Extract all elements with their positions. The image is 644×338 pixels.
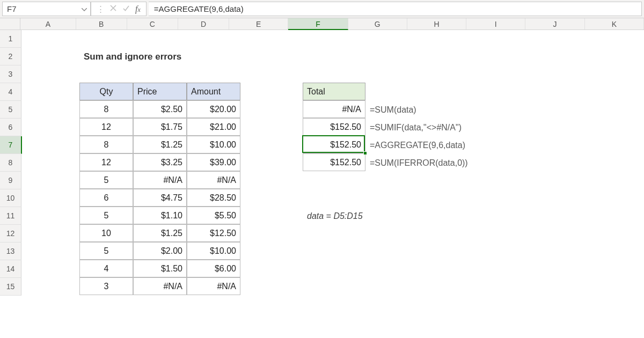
row-header-5[interactable]: 5: [0, 101, 21, 119]
name-box-value: F7: [7, 4, 17, 13]
formula-bar: F7 ⋮ fx =AGGREGATE(9,6,data): [0, 0, 644, 18]
table-header-qty[interactable]: Qty: [79, 83, 133, 100]
cell-amount[interactable]: #N/A: [187, 277, 240, 295]
table-header-total[interactable]: Total: [303, 83, 365, 100]
cell-amount[interactable]: $21.00: [187, 118, 240, 136]
cell-qty[interactable]: 5: [79, 207, 133, 224]
cell-qty[interactable]: 5: [79, 242, 133, 260]
cell-qty[interactable]: 12: [79, 153, 133, 171]
cell-qty[interactable]: 10: [79, 224, 133, 242]
cell-qty[interactable]: 3: [79, 277, 133, 295]
formula-annotation: =SUM(IFERROR(data,0)): [366, 154, 538, 172]
col-header-B[interactable]: B: [76, 18, 127, 30]
formula-controls: ⋮ fx: [91, 2, 147, 16]
cell-qty[interactable]: 4: [79, 260, 133, 277]
table-header-price[interactable]: Price: [133, 83, 187, 100]
page-title: Sum and ignore errors: [80, 48, 295, 65]
row-header-8[interactable]: 8: [0, 154, 21, 172]
col-header-A[interactable]: A: [20, 18, 76, 30]
col-header-D[interactable]: D: [178, 18, 229, 30]
cell-amount[interactable]: $10.00: [187, 136, 240, 153]
cell-price[interactable]: $1.25: [133, 136, 187, 153]
named-range-note: data = D5:D15: [303, 207, 437, 225]
cell-amount[interactable]: $28.50: [187, 189, 240, 207]
cell-grid[interactable]: Sum and ignore errorsQtyPriceAmount8$2.5…: [21, 30, 644, 296]
col-header-C[interactable]: C: [127, 18, 178, 30]
enter-icon[interactable]: [122, 4, 130, 14]
cell-amount[interactable]: $20.00: [187, 100, 240, 118]
col-header-E[interactable]: E: [229, 18, 288, 30]
divider-icon: ⋮: [96, 4, 105, 14]
formula-annotation: =SUMIF(data,"<>#N/A"): [366, 119, 538, 136]
row-header-14[interactable]: 14: [0, 260, 21, 278]
row-header-6[interactable]: 6: [0, 119, 21, 136]
cell-amount[interactable]: $12.50: [187, 224, 240, 242]
cell-qty[interactable]: 6: [79, 189, 133, 207]
cell-qty[interactable]: 12: [79, 118, 133, 136]
cell-total[interactable]: $152.50: [303, 136, 365, 153]
formula-annotation: =SUM(data): [366, 101, 538, 119]
fill-handle[interactable]: [363, 151, 367, 155]
row-header-15[interactable]: 15: [0, 278, 21, 296]
cell-qty[interactable]: 5: [79, 171, 133, 189]
row-header-1[interactable]: 1: [0, 30, 21, 48]
row-header-9[interactable]: 9: [0, 172, 21, 189]
column-headers: A B C D E F G H I J K: [0, 18, 644, 30]
cell-price[interactable]: $1.75: [133, 118, 187, 136]
cell-price[interactable]: $1.25: [133, 224, 187, 242]
row-header-12[interactable]: 12: [0, 225, 21, 243]
row-header-4[interactable]: 4: [0, 83, 21, 101]
cell-price[interactable]: $3.25: [133, 153, 187, 171]
formula-input[interactable]: =AGGREGATE(9,6,data): [149, 2, 642, 16]
select-all-corner[interactable]: [0, 18, 20, 30]
cell-amount[interactable]: #N/A: [187, 171, 240, 189]
chevron-down-icon[interactable]: [82, 6, 87, 12]
col-header-G[interactable]: G: [348, 18, 407, 30]
cell-price[interactable]: $2.00: [133, 242, 187, 260]
col-header-F[interactable]: F: [288, 18, 348, 30]
cell-price[interactable]: #N/A: [133, 171, 187, 189]
cell-price[interactable]: #N/A: [133, 277, 187, 295]
row-header-7[interactable]: 7: [0, 136, 22, 154]
cell-amount[interactable]: $39.00: [187, 153, 240, 171]
col-header-I[interactable]: I: [466, 18, 525, 30]
cell-price[interactable]: $4.75: [133, 189, 187, 207]
spreadsheet: A B C D E F G H I J K 123456789101112131…: [0, 18, 644, 296]
row-header-11[interactable]: 11: [0, 207, 21, 225]
name-box[interactable]: F7: [2, 2, 91, 16]
cell-price[interactable]: $1.10: [133, 207, 187, 224]
cell-price[interactable]: $2.50: [133, 100, 187, 118]
row-header-3[interactable]: 3: [0, 65, 21, 83]
row-header-10[interactable]: 10: [0, 189, 21, 207]
formula-text: =AGGREGATE(9,6,data): [154, 4, 244, 13]
table-header-amount[interactable]: Amount: [187, 83, 240, 100]
cell-total[interactable]: #N/A: [303, 100, 365, 118]
cell-price[interactable]: $1.50: [133, 260, 187, 277]
cell-qty[interactable]: 8: [79, 136, 133, 153]
row-header-13[interactable]: 13: [0, 243, 21, 260]
col-header-J[interactable]: J: [525, 18, 584, 30]
cell-amount[interactable]: $10.00: [187, 242, 240, 260]
col-header-H[interactable]: H: [407, 18, 466, 30]
row-headers: 123456789101112131415: [0, 30, 21, 296]
cell-amount[interactable]: $6.00: [187, 260, 240, 277]
cell-total[interactable]: $152.50: [303, 153, 365, 171]
cancel-icon[interactable]: [109, 4, 117, 14]
col-header-K[interactable]: K: [585, 18, 644, 30]
cell-amount[interactable]: $5.50: [187, 207, 240, 224]
fx-icon[interactable]: fx: [135, 4, 143, 14]
formula-annotation: =AGGREGATE(9,6,data): [366, 136, 538, 154]
cell-qty[interactable]: 8: [79, 100, 133, 118]
cell-total[interactable]: $152.50: [303, 118, 365, 136]
row-header-2[interactable]: 2: [0, 48, 21, 65]
